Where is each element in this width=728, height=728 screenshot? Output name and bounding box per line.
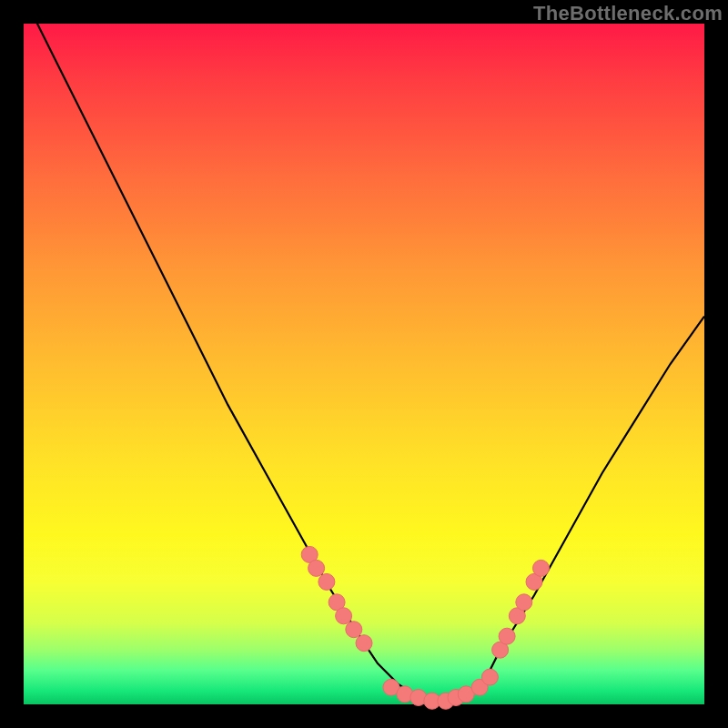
plot-frame — [24, 24, 704, 704]
curve-marker — [356, 635, 372, 652]
curve-marker — [516, 594, 532, 611]
bottleneck-curve — [24, 0, 704, 704]
curve-marker — [308, 560, 325, 576]
curve-markers — [301, 546, 549, 709]
watermark-text: TheBottleneck.com — [533, 2, 723, 25]
curve-marker — [481, 669, 498, 685]
curve-marker — [318, 573, 335, 590]
curve-layer — [24, 24, 704, 704]
curve-marker — [346, 622, 362, 638]
curve-marker — [533, 560, 550, 576]
curve-marker — [336, 608, 352, 624]
curve-marker — [499, 628, 515, 644]
